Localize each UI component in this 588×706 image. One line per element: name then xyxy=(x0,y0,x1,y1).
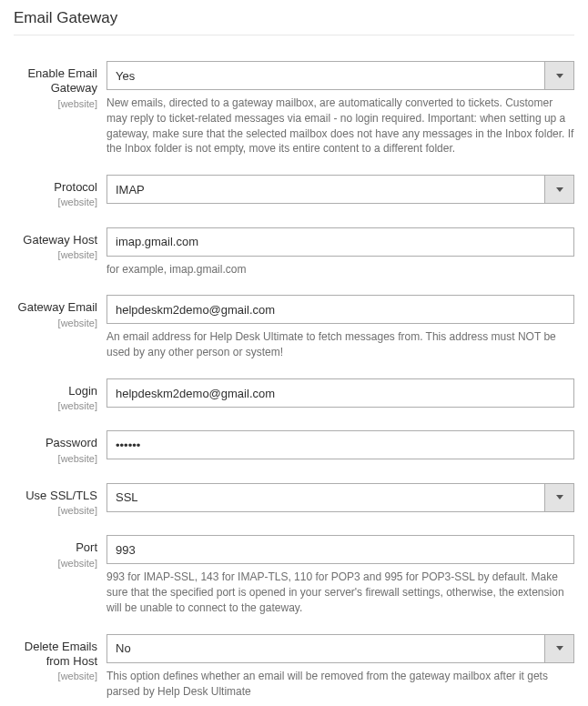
password-input[interactable] xyxy=(106,430,574,459)
chevron-down-icon xyxy=(544,176,573,203)
control-cell: An email address for Help Desk Ultimate … xyxy=(106,295,574,360)
control-cell: for example, imap.gmail.com xyxy=(106,227,574,277)
scope-label: [website] xyxy=(14,400,97,412)
enable-gateway-help: New emails, directed to a gateway mailbo… xyxy=(106,96,574,156)
row-password: Password [website] xyxy=(14,430,574,464)
port-label: Port xyxy=(14,540,97,555)
scope-label: [website] xyxy=(14,249,97,261)
label-cell: Gateway Host [website] xyxy=(14,227,106,261)
login-input[interactable] xyxy=(106,378,574,408)
protocol-label: Protocol xyxy=(14,180,97,195)
port-help: 993 for IMAP-SSL, 143 for IMAP-TLS, 110 … xyxy=(106,570,574,615)
gateway-host-help: for example, imap.gmail.com xyxy=(106,262,574,277)
control-cell: 993 for IMAP-SSL, 143 for IMAP-TLS, 110 … xyxy=(106,535,574,615)
delete-emails-select[interactable]: No xyxy=(106,634,574,663)
gateway-email-label: Gateway Email xyxy=(14,300,97,315)
ssl-label: Use SSL/TLS xyxy=(14,489,97,503)
gateway-host-input[interactable] xyxy=(106,227,574,257)
select-value: IMAP xyxy=(107,183,544,197)
label-cell: Login [website] xyxy=(14,378,106,412)
label-cell: Password [website] xyxy=(14,430,106,464)
row-login: Login [website] xyxy=(14,378,574,412)
scope-label: [website] xyxy=(14,98,97,110)
protocol-select[interactable]: IMAP xyxy=(106,175,574,204)
ssl-select[interactable]: SSL xyxy=(106,483,574,512)
row-delete-emails: Delete Emails from Host [website] No Thi… xyxy=(14,634,574,700)
control-cell xyxy=(106,430,574,459)
select-value: Yes xyxy=(107,69,544,83)
scope-label: [website] xyxy=(14,318,97,329)
scope-label: [website] xyxy=(14,671,97,682)
row-gateway-email: Gateway Email [website] An email address… xyxy=(14,295,574,360)
gateway-email-help: An email address for Help Desk Ultimate … xyxy=(106,329,574,360)
chevron-down-icon xyxy=(544,635,573,662)
port-input[interactable] xyxy=(106,535,574,564)
password-label: Password xyxy=(14,436,97,450)
label-cell: Enable Email Gateway [website] xyxy=(14,61,106,110)
row-protocol: Protocol [website] IMAP xyxy=(14,175,574,208)
control-cell: No This option defines whether an email … xyxy=(106,634,574,700)
select-value: No xyxy=(107,641,544,655)
section-title: Email Gateway xyxy=(14,9,574,35)
select-value: SSL xyxy=(107,490,544,504)
label-cell: Use SSL/TLS [website] xyxy=(14,483,106,517)
scope-label: [website] xyxy=(14,197,97,208)
label-cell: Port [website] xyxy=(14,535,106,569)
row-port: Port [website] 993 for IMAP-SSL, 143 for… xyxy=(14,535,574,615)
label-cell: Delete Emails from Host [website] xyxy=(14,634,106,683)
control-cell: Yes New emails, directed to a gateway ma… xyxy=(106,61,574,156)
delete-emails-help: This option defines whether an email wil… xyxy=(106,669,574,700)
label-cell: Protocol [website] xyxy=(14,175,106,208)
scope-label: [website] xyxy=(14,558,97,570)
enable-gateway-label: Enable Email Gateway xyxy=(14,66,97,96)
scope-label: [website] xyxy=(14,453,97,465)
label-cell: Gateway Email [website] xyxy=(14,295,106,328)
scope-label: [website] xyxy=(14,505,97,517)
gateway-host-label: Gateway Host xyxy=(14,233,97,247)
control-cell xyxy=(106,378,574,408)
gateway-email-input[interactable] xyxy=(106,295,574,324)
row-enable-gateway: Enable Email Gateway [website] Yes New e… xyxy=(14,61,574,156)
control-cell: SSL xyxy=(106,483,574,512)
chevron-down-icon xyxy=(544,62,573,89)
chevron-down-icon xyxy=(544,484,573,511)
row-ssl: Use SSL/TLS [website] SSL xyxy=(14,483,574,517)
control-cell: IMAP xyxy=(106,175,574,204)
enable-gateway-select[interactable]: Yes xyxy=(106,61,574,90)
row-gateway-host: Gateway Host [website] for example, imap… xyxy=(14,227,574,277)
login-label: Login xyxy=(14,384,97,398)
delete-emails-label: Delete Emails from Host xyxy=(14,640,97,670)
